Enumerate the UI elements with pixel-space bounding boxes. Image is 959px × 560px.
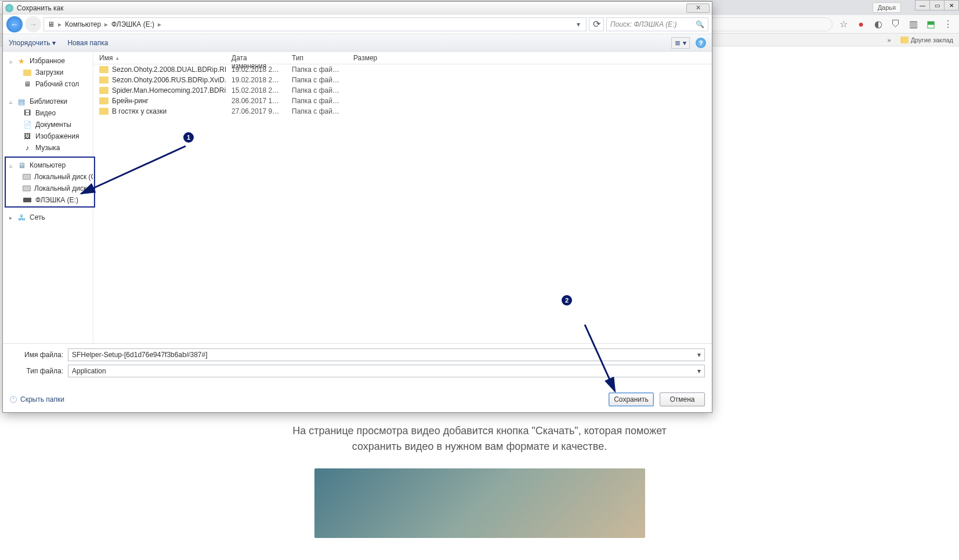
dialog-app-icon [5,4,13,12]
table-row[interactable]: Spider.Man.Homecoming.2017.BDRip.1.4...1… [93,85,712,96]
extension-icon[interactable]: ◐ [872,18,885,31]
file-type: Папка с файлами [286,66,348,74]
file-type: Папка с файлами [286,97,348,105]
table-row[interactable]: Sezon.Ohoty.2.2008.DUAL.BDRip.RERip.X...… [93,64,712,75]
document-icon: 📄 [23,121,32,129]
folder-icon [23,68,32,77]
library-icon: ▤ [17,97,26,106]
column-name[interactable]: Имя▴ [93,52,226,64]
view-mode-button[interactable]: ≣ ▾ [671,37,690,49]
save-as-dialog: Сохранить как ✕ ← → 🖥 ▸ Компьютер ▸ ФЛЭШ… [2,1,712,413]
chevron-down-icon[interactable]: ▾ [697,367,701,375]
file-date: 28.06.2017 15:14 [226,97,286,105]
tree-documents[interactable]: 📄Документы [3,119,93,130]
filetype-select[interactable]: Application▾ [68,365,705,377]
table-row[interactable]: Брейн-ринг28.06.2017 15:14Папка с файлам… [93,96,712,106]
chevron-right-icon: ▸ [56,20,64,28]
page-text: На странице просмотра видео добавится кн… [277,423,683,454]
chrome-user-badge[interactable]: Дарья [873,2,901,13]
help-button[interactable]: ? [696,38,706,48]
file-name: Spider.Man.Homecoming.2017.BDRip.1.4... [112,86,226,94]
tree-disk-c[interactable]: Локальный диск (C [3,171,93,183]
dialog-footer: ˄ Скрыть папки Сохранить Отмена [3,387,712,412]
table-row[interactable]: Sezon.Ohoty.2006.RUS.BDRip.XviD.AC3.-...… [93,75,712,85]
dialog-close-button[interactable]: ✕ [686,3,710,13]
computer-icon: 🖥 [48,20,55,28]
refresh-button[interactable]: ⟳ [589,17,604,31]
file-date: 15.02.2018 21:28 [226,86,286,94]
hide-folders-link[interactable]: ˄ Скрыть папки [10,395,64,403]
shield-icon[interactable]: ⛉ [889,18,902,31]
bookmarks-other-folder[interactable]: Другие заклад [900,37,953,43]
breadcrumb[interactable]: 🖥 ▸ Компьютер ▸ ФЛЭШКА (E:) ▸ ▾ [44,17,587,31]
tree-downloads[interactable]: Загрузки [3,67,93,78]
filename-label: Имя файла: [10,351,68,359]
star-icon[interactable]: ☆ [837,18,850,31]
folder-icon [99,77,108,83]
organize-button[interactable]: Упорядочить ▾ [9,39,56,47]
sort-asc-icon: ▴ [116,55,119,61]
new-folder-button[interactable]: Новая папка [67,39,108,47]
network-icon: 🖧 [17,213,26,221]
file-name: Sezon.Ohoty.2006.RUS.BDRip.XviD.AC3.-... [112,76,226,84]
tree-network[interactable]: ▸🖧Сеть [3,212,93,223]
chevron-down-icon[interactable]: ▾ [697,351,701,359]
page-image [314,468,645,538]
annotation-badge-2: 2 [562,295,572,306]
table-row[interactable]: В гостях у сказки27.06.2017 9:43Папка с … [93,106,712,117]
folder-tree: ▵★Избранное Загрузки 🖥Рабочий стол ▵▤Биб… [3,52,93,343]
breadcrumb-segment[interactable]: ФЛЭШКА (E:) [111,20,154,28]
disk-icon [23,184,31,192]
abp-icon[interactable]: ● [855,18,867,31]
music-icon: ♪ [23,144,32,152]
tree-libraries[interactable]: ▵▤Библиотеки [3,96,93,107]
cancel-button[interactable]: Отмена [660,392,705,406]
usb-icon [23,196,32,204]
tree-favorites[interactable]: ▵★Избранное [3,55,93,67]
tree-computer[interactable]: ▵🖥Компьютер [3,159,93,171]
folder-icon [99,66,108,73]
close-button[interactable]: ✕ [944,0,959,10]
filename-input[interactable]: SFHelper-Setup-[6d1d76e947f3b6ab#387#]▾ [68,348,705,361]
tree-video[interactable]: 🎞Видео [3,107,93,119]
dialog-toolbar: Упорядочить ▾ Новая папка ≣ ▾ ? [3,34,712,52]
desktop-icon: 🖥 [23,80,32,88]
disk-icon [23,173,31,181]
list-header: Имя▴ Дата изменения Тип Размер [93,52,712,64]
column-size[interactable]: Размер [348,52,394,64]
tree-music[interactable]: ♪Музыка [3,142,93,154]
column-type[interactable]: Тип [286,52,348,64]
tree-disk-d[interactable]: Локальный диск (D [3,183,93,194]
column-date[interactable]: Дата изменения [226,52,286,64]
file-type: Папка с файлами [286,107,348,115]
window-controls: — ▭ ✕ [915,0,959,10]
breadcrumb-segment[interactable]: Компьютер [65,20,101,28]
chevron-right-icon: ▸ [155,20,164,28]
image-icon: 🖼 [23,132,32,140]
nav-forward-button[interactable]: → [25,16,41,32]
extension-icon[interactable]: ▥ [907,18,920,31]
minimize-button[interactable]: — [915,0,930,10]
search-input[interactable]: Поиск: ФЛЭШКА (E:) 🔍 [606,17,708,31]
overflow-icon[interactable]: » [888,37,891,43]
tree-images[interactable]: 🖼Изображения [3,130,93,142]
nav-back-button[interactable]: ← [6,16,23,32]
folder-icon [99,87,108,94]
dialog-main: ▵★Избранное Загрузки 🖥Рабочий стол ▵▤Биб… [3,52,712,343]
dialog-fields: Имя файла: SFHelper-Setup-[6d1d76e947f3b… [3,343,712,387]
maximize-button[interactable]: ▭ [929,0,944,10]
save-button[interactable]: Сохранить [609,392,654,406]
tree-desktop[interactable]: 🖥Рабочий стол [3,78,93,90]
tree-flash-e[interactable]: ФЛЭШКА (E:) [3,194,93,206]
chevron-down-icon: ▾ [52,39,56,47]
search-placeholder: Поиск: ФЛЭШКА (E:) [610,20,677,28]
menu-icon[interactable]: ⋮ [942,18,954,31]
dialog-navbar: ← → 🖥 ▸ Компьютер ▸ ФЛЭШКА (E:) ▸ ▾ ⟳ По… [3,14,712,34]
search-icon: 🔍 [696,20,704,28]
file-name: Sezon.Ohoty.2.2008.DUAL.BDRip.RERip.X... [112,66,226,74]
extension-icon[interactable]: ⬒ [924,18,937,31]
breadcrumb-dropdown-icon[interactable]: ▾ [574,20,582,28]
chevron-right-icon: ▸ [102,20,110,28]
file-name: В гостях у сказки [112,107,167,115]
chevron-up-icon: ˄ [10,396,17,403]
